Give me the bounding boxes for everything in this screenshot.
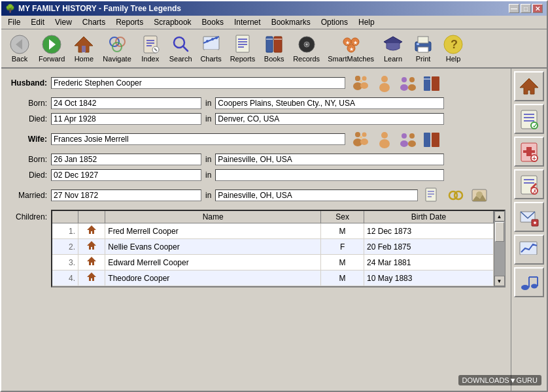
husband-name-input[interactable] — [51, 77, 345, 89]
svg-point-81 — [454, 191, 462, 199]
husband-books-icon[interactable] — [421, 73, 442, 93]
svg-text:✓: ✓ — [532, 122, 538, 129]
svg-point-8 — [112, 42, 122, 52]
menu-options[interactable]: Options — [317, 17, 352, 27]
records-button[interactable]: Records — [290, 32, 323, 65]
scroll-down-button[interactable]: ▼ — [494, 276, 505, 286]
search-button[interactable]: Search — [166, 32, 196, 65]
table-row[interactable]: 1. Fred Merrell Cooper M 12 Dec 1873 — [52, 223, 494, 239]
menu-bookmarks[interactable]: Bookmarks — [267, 17, 315, 27]
learn-button[interactable]: Learn — [379, 32, 407, 65]
wife-family-icon[interactable] — [351, 129, 371, 150]
index-button[interactable]: Index — [136, 32, 165, 65]
sidebar-edit-button[interactable]: ✗ — [514, 169, 544, 199]
husband-group-icon[interactable] — [398, 73, 419, 93]
col-name: Name — [105, 211, 321, 223]
child-name: Edward Merrell Cooper — [105, 255, 321, 270]
menu-scrapbook[interactable]: Scrapbook — [150, 17, 195, 27]
books-icon — [264, 34, 284, 55]
navigate-icon — [107, 34, 128, 55]
sidebar-music-button[interactable] — [514, 267, 544, 297]
svg-point-55 — [379, 83, 390, 92]
svg-rect-111 — [521, 255, 538, 258]
menu-file[interactable]: File — [4, 17, 24, 27]
husband-born-place[interactable] — [215, 97, 444, 109]
help-button[interactable]: ? Help — [439, 32, 468, 65]
sidebar-mail-button[interactable] — [514, 202, 544, 232]
svg-point-73 — [408, 140, 416, 147]
svg-rect-43 — [418, 37, 428, 43]
svg-point-52 — [360, 82, 368, 89]
wife-group-icon[interactable] — [398, 129, 419, 150]
svg-point-63 — [355, 132, 360, 137]
wife-born-place[interactable] — [215, 154, 444, 165]
married-date[interactable] — [51, 189, 201, 201]
wife-person-icon[interactable] — [374, 129, 395, 150]
home-button[interactable]: Home — [69, 32, 98, 65]
svg-point-66 — [360, 139, 368, 145]
menu-edit[interactable]: Edit — [27, 17, 48, 27]
sidebar-medical-button[interactable]: + — [514, 137, 544, 167]
child-num: 4. — [52, 270, 78, 286]
close-button[interactable]: ✕ — [532, 4, 543, 13]
books-button[interactable]: Books — [260, 32, 288, 65]
print-button[interactable]: Print — [409, 32, 437, 65]
table-row[interactable]: 3. Edward Merrell Cooper M 24 Mar 1881 — [52, 255, 494, 270]
forward-button[interactable]: Forward — [35, 32, 68, 65]
married-rings-icon[interactable] — [445, 185, 466, 206]
back-icon — [9, 34, 30, 55]
svg-rect-44 — [418, 47, 428, 52]
born-label-2: Born: — [7, 155, 51, 164]
husband-died-place[interactable] — [215, 113, 444, 125]
menu-charts[interactable]: Charts — [78, 17, 109, 27]
maximize-button[interactable]: □ — [521, 4, 531, 13]
minimize-button[interactable]: — — [509, 4, 519, 13]
svg-point-19 — [206, 40, 209, 42]
charts-button[interactable]: Charts — [197, 32, 226, 65]
col-sex: Sex — [321, 211, 364, 223]
index-label: Index — [141, 55, 159, 63]
scroll-up-button[interactable]: ▲ — [494, 211, 505, 221]
svg-rect-23 — [236, 35, 249, 52]
husband-family-icon[interactable] — [351, 73, 371, 93]
wife-died-place[interactable] — [215, 169, 444, 181]
print-icon — [413, 34, 434, 55]
husband-born-date[interactable] — [51, 97, 201, 109]
scroll-thumb[interactable] — [495, 222, 504, 242]
wife-name-input[interactable] — [51, 133, 345, 145]
child-icon — [78, 255, 105, 270]
sidebar-note-button[interactable]: ✓ — [514, 104, 544, 134]
navigate-button[interactable]: Navigate — [99, 32, 134, 65]
menu-books[interactable]: Books — [198, 17, 228, 27]
menu-reports[interactable]: Reports — [112, 17, 147, 27]
table-row[interactable]: 4. Theodore Cooper M 10 May 1883 — [52, 270, 494, 286]
children-scrollbar[interactable]: ▲ ▼ — [494, 211, 504, 286]
sidebar-home-button[interactable] — [514, 71, 544, 101]
svg-point-53 — [360, 80, 362, 82]
husband-died-date[interactable] — [51, 113, 201, 125]
married-place[interactable] — [215, 189, 418, 201]
reports-button[interactable]: Reports — [227, 32, 259, 65]
svg-point-57 — [409, 77, 415, 82]
wife-died-date[interactable] — [51, 169, 201, 181]
wife-books-icon[interactable] — [421, 129, 442, 150]
table-row[interactable]: 2. Nellie Evans Cooper F 20 Feb 1875 — [52, 239, 494, 255]
svg-point-54 — [381, 76, 388, 82]
wife-born-date[interactable] — [51, 154, 201, 165]
menu-help[interactable]: Help — [354, 17, 379, 27]
married-photo-icon[interactable] — [469, 185, 490, 206]
husband-person-icon[interactable] — [374, 73, 395, 93]
married-doc-icon[interactable] — [422, 185, 443, 206]
child-name: Theodore Cooper — [105, 270, 321, 286]
wife-icons — [351, 129, 442, 150]
back-button[interactable]: Back — [5, 32, 34, 65]
app-icon: 🌳 — [5, 4, 15, 13]
menu-view[interactable]: View — [51, 17, 76, 27]
smartmatches-button[interactable]: ★ ★ ★ SmartMatches — [324, 32, 377, 65]
in-label-1: in — [205, 99, 211, 108]
menu-internet[interactable]: Internet — [230, 17, 265, 27]
sidebar-chart-button[interactable] — [514, 235, 544, 265]
svg-marker-87 — [87, 257, 96, 265]
child-num: 1. — [52, 223, 78, 239]
children-label: Children: — [7, 210, 51, 221]
